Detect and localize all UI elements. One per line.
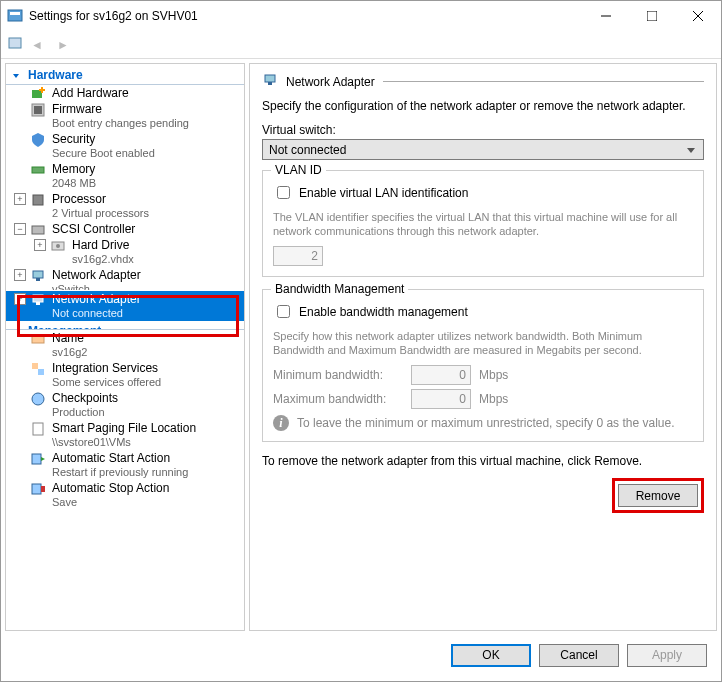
expand-icon[interactable]: +: [14, 193, 26, 205]
remove-button[interactable]: Remove: [618, 484, 698, 507]
info-icon: i: [273, 415, 289, 431]
vlan-help: The VLAN identifier specifies the virtua…: [273, 210, 693, 238]
vlan-id-input: [273, 246, 323, 266]
nav-back-button[interactable]: ◄: [25, 34, 49, 56]
svg-rect-9: [39, 89, 45, 91]
app-icon: [7, 8, 23, 24]
memory-icon: [30, 162, 46, 178]
tree-add-hardware[interactable]: Add Hardware: [6, 85, 244, 101]
maximize-button[interactable]: [629, 1, 675, 31]
network-adapter-icon: [262, 72, 278, 91]
svg-rect-30: [268, 82, 272, 85]
titlebar: Settings for sv16g2 on SVHV01: [1, 1, 721, 31]
dialog-footer: OK Cancel Apply: [1, 635, 721, 675]
cancel-button[interactable]: Cancel: [539, 644, 619, 667]
tree-network-adapter-1[interactable]: + Network Adapter vSwitch: [6, 267, 244, 291]
bandwidth-checkbox-row[interactable]: Enable bandwidth management: [273, 302, 693, 321]
max-bandwidth-row: Maximum bandwidth: Mbps: [273, 389, 693, 409]
tree-auto-stop[interactable]: Automatic Stop Action Save: [6, 480, 244, 510]
nav-forward-button[interactable]: ►: [51, 34, 75, 56]
checkpoint-icon: [30, 391, 46, 407]
tree-firmware[interactable]: Firmware Boot entry changes pending: [6, 101, 244, 131]
panel-title: Network Adapter: [286, 75, 375, 89]
min-bandwidth-input: [411, 365, 471, 385]
paging-icon: [30, 421, 46, 437]
expand-icon[interactable]: +: [34, 239, 46, 251]
vlan-checkbox-row[interactable]: Enable virtual LAN identification: [273, 183, 693, 202]
tree-checkpoints[interactable]: Checkpoints Production: [6, 390, 244, 420]
svg-rect-20: [36, 302, 40, 305]
panel-description: Specify the configuration of the network…: [262, 99, 704, 113]
svg-rect-11: [34, 106, 42, 114]
tree-hard-drive[interactable]: + Hard Drive sv16g2.vhdx: [6, 237, 244, 267]
svg-rect-25: [33, 423, 43, 435]
minimize-button[interactable]: [583, 1, 629, 31]
svg-rect-21: [32, 335, 44, 343]
min-bandwidth-row: Minimum bandwidth: Mbps: [273, 365, 693, 385]
svg-rect-14: [32, 226, 44, 234]
tree-processor[interactable]: + Processor 2 Virtual processors: [6, 191, 244, 221]
divider: [383, 81, 704, 82]
expand-icon[interactable]: +: [14, 269, 26, 281]
svg-rect-18: [36, 278, 40, 281]
svg-rect-19: [33, 295, 43, 302]
collapse-icon[interactable]: −: [14, 223, 26, 235]
svg-rect-3: [647, 11, 657, 21]
network-adapter-icon: [30, 292, 46, 308]
vlan-legend: VLAN ID: [271, 163, 326, 177]
bandwidth-legend: Bandwidth Management: [271, 282, 408, 296]
tree-memory[interactable]: Memory 2048 MB: [6, 161, 244, 191]
tree-scsi-controller[interactable]: − SCSI Controller: [6, 221, 244, 237]
settings-panel: Network Adapter Specify the configuratio…: [249, 63, 717, 631]
security-icon: [30, 132, 46, 148]
svg-rect-17: [33, 271, 43, 278]
apply-button[interactable]: Apply: [627, 644, 707, 667]
remove-text: To remove the network adapter from this …: [262, 454, 704, 468]
auto-stop-icon: [30, 481, 46, 497]
max-bandwidth-input: [411, 389, 471, 409]
ok-button[interactable]: OK: [451, 644, 531, 667]
scsi-icon: [30, 222, 46, 238]
vlan-group: VLAN ID Enable virtual LAN identificatio…: [262, 170, 704, 277]
svg-point-16: [56, 244, 60, 248]
tree-auto-start[interactable]: Automatic Start Action Restart if previo…: [6, 450, 244, 480]
tree-name[interactable]: Name sv16g2: [6, 330, 244, 360]
vlan-checkbox[interactable]: [277, 186, 290, 199]
bandwidth-checkbox[interactable]: [277, 305, 290, 318]
bandwidth-group: Bandwidth Management Enable bandwidth ma…: [262, 289, 704, 442]
window-title: Settings for sv16g2 on SVHV01: [29, 9, 583, 23]
svg-rect-27: [32, 484, 41, 494]
svg-rect-22: [32, 363, 38, 369]
tree-integration-services[interactable]: Integration Services Some services offer…: [6, 360, 244, 390]
integration-icon: [30, 361, 46, 377]
name-icon: [30, 331, 46, 347]
svg-rect-26: [32, 454, 41, 464]
svg-rect-12: [32, 167, 44, 173]
tree-smart-paging[interactable]: Smart Paging File Location \\svstore01\V…: [6, 420, 244, 450]
svg-rect-29: [265, 75, 275, 82]
svg-rect-13: [33, 195, 43, 205]
auto-start-icon: [30, 451, 46, 467]
category-management[interactable]: Management: [6, 321, 244, 330]
svg-point-24: [32, 393, 44, 405]
svg-rect-1: [10, 12, 20, 15]
hard-drive-icon: [50, 238, 66, 254]
bandwidth-info: i To leave the minimum or maximum unrest…: [273, 415, 693, 431]
svg-rect-0: [8, 10, 22, 21]
network-adapter-icon: [30, 268, 46, 284]
add-hardware-icon: [30, 86, 46, 102]
processor-icon: [30, 192, 46, 208]
settings-tree: Hardware Add Hardware Firmware Boot entr…: [5, 63, 245, 631]
vswitch-combo[interactable]: Not connected: [262, 139, 704, 160]
svg-rect-7: [32, 90, 42, 98]
svg-rect-6: [9, 38, 21, 48]
category-hardware[interactable]: Hardware: [6, 66, 244, 85]
nav-strip: ◄ ►: [1, 31, 721, 59]
svg-rect-28: [41, 486, 45, 492]
expand-icon[interactable]: +: [14, 293, 26, 305]
tree-security[interactable]: Security Secure Boot enabled: [6, 131, 244, 161]
vswitch-label: Virtual switch:: [262, 123, 704, 137]
close-button[interactable]: [675, 1, 721, 31]
bandwidth-help: Specify how this network adapter utilize…: [273, 329, 693, 357]
tree-network-adapter-2[interactable]: + Network Adapter Not connected: [6, 291, 244, 321]
